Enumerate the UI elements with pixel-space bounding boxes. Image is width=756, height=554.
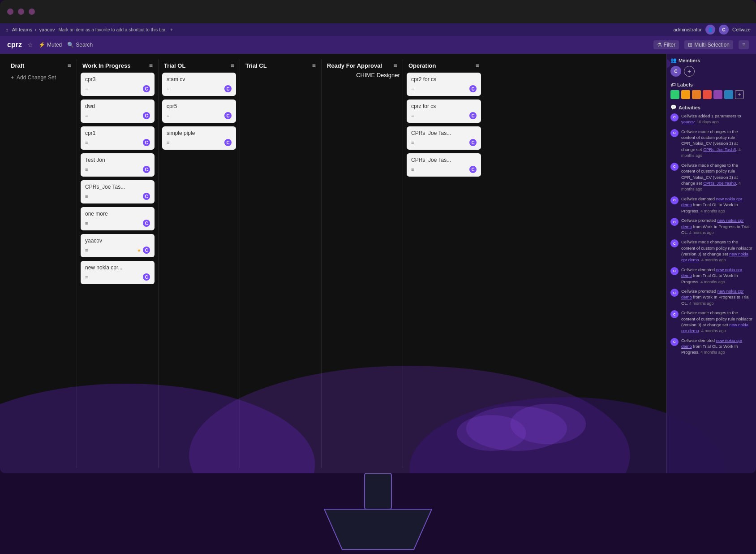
column-title-trial-cl: Trial CL (245, 62, 312, 69)
activity-link[interactable]: new nokia cpr demo (681, 338, 742, 349)
card-cprs-joe3[interactable]: CPRs_Joe Tas... ≡ C (407, 153, 481, 177)
activity-text: Cellwize added 1 parameters to yaacov. 1… (681, 113, 752, 125)
activity-link[interactable]: new nokia cpr demo (681, 267, 742, 278)
activity-time: 4 months ago (689, 230, 714, 235)
add-label-button[interactable]: + (735, 90, 744, 99)
column-ready-for-approval: Ready For Approval ≡ (322, 59, 403, 468)
search-button[interactable]: 🔍 Search (67, 42, 93, 48)
column-menu-trial-ol[interactable]: ≡ (231, 62, 234, 69)
all-teams-link[interactable]: All teams (12, 27, 32, 32)
activity-time: 4 months ago (701, 258, 726, 262)
admin-label: administrator (673, 27, 702, 32)
activity-link[interactable]: new nokia cpr demo (681, 218, 743, 229)
card-footer: ≡ C (85, 193, 150, 200)
card-badge: C (143, 112, 150, 119)
card-one-more[interactable]: one more ≡ C (81, 207, 155, 230)
filter-label: Filter (664, 42, 676, 48)
card-cpr3[interactable]: cpr3 ≡ C (81, 73, 155, 96)
project-link[interactable]: yaacov (39, 27, 55, 32)
activity-time: 4 months ago (700, 280, 725, 284)
activity-text: Cellwize made changes to the content of … (681, 239, 752, 263)
activity-time: 4 months ago (689, 301, 714, 306)
column-menu-draft[interactable]: ≡ (68, 62, 71, 69)
card-cpr5[interactable]: cpr5 ≡ C (162, 100, 236, 123)
card-footer: ≡ C (167, 139, 232, 146)
label-dark-orange[interactable] (692, 90, 701, 99)
activity-item: C Cellwize made changes to the content o… (670, 310, 752, 333)
column-title-wip: Work In Progress (82, 62, 149, 69)
card-footer: ≡ C (85, 166, 150, 173)
project-title[interactable]: cprz (7, 41, 22, 49)
card-list-icon: ≡ (85, 274, 88, 280)
card-cpr1[interactable]: cpr1 ≡ C (81, 126, 155, 150)
label-green[interactable] (670, 90, 679, 99)
activity-item: C Cellwize added 1 parameters to yaacov.… (670, 113, 752, 125)
activity-link[interactable]: new nokia cpr demo (681, 289, 743, 299)
column-trial-ol: Trial OL ≡ stam cv ≡ C cpr5 ≡ C (159, 59, 240, 468)
multiselect-label: Multi-Selection (694, 42, 730, 48)
card-list-icon: ≡ (85, 194, 88, 199)
card-list-icon: ≡ (85, 247, 88, 253)
card-dwd[interactable]: dwd ≡ C (81, 100, 155, 123)
card-list-icon: ≡ (167, 113, 169, 118)
card-new-nokia[interactable]: new nokia cpr... ≡ C (81, 261, 155, 284)
add-shortcut-button[interactable]: + (170, 27, 173, 32)
card-footer: ≡ C (85, 273, 150, 281)
activity-text: Cellwize demoted new nokia cpr demo from… (681, 267, 752, 285)
activity-avatar: C (670, 289, 679, 297)
muted-icon: ⚡ (39, 42, 45, 48)
label-blue[interactable] (724, 90, 733, 99)
label-orange[interactable] (681, 90, 690, 99)
card-title: Test Jon (85, 157, 150, 163)
column-menu-ready[interactable]: ≡ (394, 62, 397, 69)
card-cprs-joe[interactable]: CPRs_Joe Tas... ≡ C (81, 180, 155, 203)
labels-section: 🏷 Labels + (670, 82, 752, 99)
breadcrumb: All teams › yaacov (12, 27, 55, 32)
add-icon: + (11, 74, 14, 81)
card-footer: ≡ C (411, 85, 477, 92)
star-button[interactable]: ☆ (27, 41, 33, 48)
title-bar (0, 0, 756, 23)
filter-button[interactable]: ⚗ Filter (653, 40, 679, 49)
card-star-icon: ★ (137, 248, 141, 253)
activity-link[interactable]: CPRs_Joe Tash3 (703, 181, 736, 186)
muted-button[interactable]: ⚡ Muted (39, 42, 62, 48)
card-footer: ≡ C (411, 112, 477, 119)
maximize-button[interactable] (29, 9, 35, 15)
column-trial-cl: Trial CL ≡ (240, 59, 322, 468)
card-simple-piple[interactable]: simple piple ≡ C (162, 126, 236, 150)
user-avatar-img: 👤 (705, 25, 715, 35)
activity-link[interactable]: new nokia cpr demo (681, 196, 742, 207)
minimize-button[interactable] (18, 9, 24, 15)
panel-collapse-button[interactable]: › (666, 59, 670, 68)
labels-title: 🏷 Labels (670, 82, 752, 87)
activity-item: C Cellwize promoted new nokia cpr demo f… (670, 217, 752, 235)
card-yaacov[interactable]: yaacov ≡ ★ C (81, 234, 155, 257)
column-menu-operation[interactable]: ≡ (476, 62, 479, 69)
multiselect-button[interactable]: ⊞ Multi-Selection (684, 40, 733, 49)
card-list-icon: ≡ (85, 86, 88, 91)
user-avatar-c[interactable]: C (719, 25, 729, 35)
close-button[interactable] (7, 9, 13, 15)
activities-title: 💬 Activities (670, 104, 752, 110)
muted-label: Muted (47, 42, 62, 48)
card-cprs-joe2[interactable]: CPRs_Joe Tas... ≡ C (407, 126, 481, 150)
card-list-icon: ≡ (85, 221, 88, 226)
add-changeset-button[interactable]: + Add Change Set (9, 73, 73, 82)
activity-item: C Cellwize demoted new nokia cpr demo fr… (670, 338, 752, 355)
card-stam-cv[interactable]: stam cv ≡ C (162, 73, 236, 96)
card-cprz-cs[interactable]: cprz for cs ≡ C (407, 100, 481, 123)
column-menu-wip[interactable]: ≡ (149, 62, 153, 69)
label-purple[interactable] (713, 90, 722, 99)
activity-link[interactable]: CPRs_Joe Tash3 (703, 147, 736, 152)
label-red[interactable] (703, 90, 712, 99)
card-test-jon[interactable]: Test Jon ≡ C (81, 153, 155, 177)
column-operation: Operation ≡ cpr2 for cs ≡ C cprz for cs … (403, 59, 485, 468)
activity-link[interactable]: yaacov (681, 119, 694, 124)
card-cpr2-cs[interactable]: cpr2 for cs ≡ C (407, 73, 481, 96)
activity-time: 4 months ago (701, 329, 726, 333)
board-menu-button[interactable]: ≡ (739, 40, 749, 49)
activity-item: C Cellwize made changes to the content o… (670, 162, 752, 192)
add-member-button[interactable]: + (684, 66, 695, 77)
column-menu-trial-cl[interactable]: ≡ (312, 62, 316, 69)
